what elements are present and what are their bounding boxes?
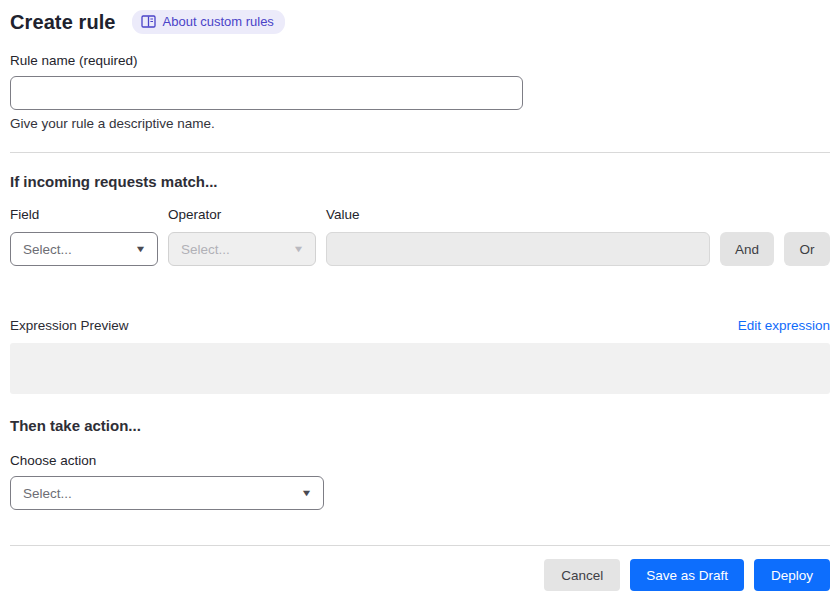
deploy-button[interactable]: Deploy [754,559,830,591]
match-condition-row: Field Select... ▼ Operator Select... ▼ V… [10,207,830,266]
expression-preview-label: Expression Preview [10,318,129,333]
page-title: Create rule [10,11,116,34]
section-divider-bottom [10,545,830,546]
expression-preview-header: Expression Preview Edit expression [10,318,830,333]
choose-action-value: Select... [23,486,72,501]
value-label: Value [326,207,710,222]
create-rule-page: Create rule About custom rules Rule name… [0,0,839,597]
choose-action-select[interactable]: Select... ▼ [10,476,324,510]
expression-preview-box [10,343,830,394]
value-input[interactable] [326,232,710,266]
chevron-down-icon: ▼ [301,488,313,498]
field-select[interactable]: Select... ▼ [10,232,158,266]
rule-name-input[interactable] [10,76,523,110]
field-label: Field [10,207,158,222]
page-header: Create rule About custom rules [10,10,830,34]
about-badge-label: About custom rules [163,14,274,29]
operator-label: Operator [168,207,316,222]
edit-expression-link[interactable]: Edit expression [738,318,830,333]
action-section-heading: Then take action... [10,417,830,434]
chevron-down-icon: ▼ [293,244,305,254]
section-divider-top [10,152,830,153]
operator-select[interactable]: Select... ▼ [168,232,316,266]
book-open-icon [141,15,156,28]
footer-actions: Cancel Save as Draft Deploy [10,559,830,591]
about-custom-rules-badge[interactable]: About custom rules [132,10,285,34]
field-select-value: Select... [23,242,72,257]
operator-select-value: Select... [181,242,230,257]
save-as-draft-button[interactable]: Save as Draft [630,559,744,591]
and-button[interactable]: And [720,232,774,266]
cancel-button[interactable]: Cancel [544,559,620,591]
match-section-heading: If incoming requests match... [10,173,830,190]
rule-name-helper: Give your rule a descriptive name. [10,116,830,131]
or-button[interactable]: Or [784,232,830,266]
rule-name-label: Rule name (required) [10,53,830,68]
choose-action-label: Choose action [10,453,830,468]
chevron-down-icon: ▼ [135,244,147,254]
